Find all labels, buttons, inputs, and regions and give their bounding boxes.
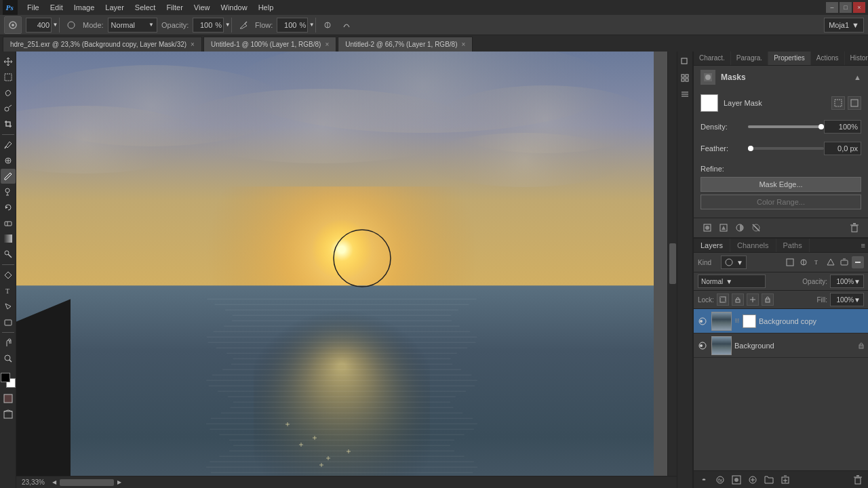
link-layers-icon[interactable] xyxy=(696,472,711,487)
nav-prev[interactable]: ◀ xyxy=(50,479,58,487)
brush-pose-icon[interactable] xyxy=(339,18,354,33)
layers-panel-menu[interactable]: ≡ xyxy=(859,239,868,252)
vertical-scrollbar[interactable] xyxy=(667,52,677,476)
new-layer-icon[interactable] xyxy=(778,472,793,487)
feather-slider[interactable] xyxy=(748,147,824,150)
kind-dropdown[interactable]: ▼ xyxy=(721,256,747,269)
menu-filter[interactable]: Filter xyxy=(161,2,188,13)
tab-paths[interactable]: Paths xyxy=(776,239,810,252)
menu-help[interactable]: Help xyxy=(253,2,279,13)
dodge-tool[interactable] xyxy=(1,247,16,262)
density-slider[interactable] xyxy=(748,125,824,128)
menu-image[interactable]: Image xyxy=(68,2,100,13)
menu-edit[interactable]: Edit xyxy=(45,2,68,13)
healing-tool[interactable] xyxy=(1,153,16,168)
history-brush-tool[interactable] xyxy=(1,200,16,215)
tab-0-close[interactable]: × xyxy=(191,41,195,48)
filter-adjustments-icon[interactable] xyxy=(797,256,810,268)
filter-toggle-icon[interactable] xyxy=(852,256,864,268)
delete-layer-icon[interactable] xyxy=(850,472,865,487)
menu-layer[interactable]: Layer xyxy=(100,2,130,13)
tab-properties[interactable]: Properties xyxy=(768,52,811,65)
lock-transparent-btn[interactable] xyxy=(717,293,729,306)
lock-all-btn[interactable] xyxy=(762,293,774,306)
menu-file[interactable]: File xyxy=(22,2,45,13)
color-range-button[interactable]: Color Range... xyxy=(701,195,861,209)
canvas-container[interactable] xyxy=(16,52,677,476)
density-slider-thumb[interactable] xyxy=(818,124,824,129)
add-mask-icon[interactable] xyxy=(729,472,744,487)
tab-character[interactable]: Charact. xyxy=(694,52,731,65)
tab-channels[interactable]: Channels xyxy=(730,239,776,252)
filter-shape-icon[interactable] xyxy=(825,256,837,268)
nav-next[interactable]: ▶ xyxy=(115,479,123,487)
layer-item-background[interactable]: Background xyxy=(694,333,868,358)
brush-tool[interactable] xyxy=(1,169,16,184)
group-layers-icon[interactable] xyxy=(762,472,776,487)
maximize-button[interactable]: □ xyxy=(840,2,852,13)
layer-item-background-copy[interactable]: ⛓ Background copy xyxy=(694,309,868,333)
flow-input[interactable] xyxy=(277,21,298,29)
menu-window[interactable]: Window xyxy=(216,2,253,13)
layer-vis-bg-copy[interactable] xyxy=(696,315,709,327)
feather-slider-thumb[interactable] xyxy=(748,146,753,151)
mask-to-selection-btn[interactable] xyxy=(831,96,845,110)
marquee-tool[interactable] xyxy=(1,70,16,85)
quick-mask-toggle[interactable] xyxy=(1,391,16,406)
brush-settings-btn[interactable] xyxy=(677,87,692,102)
airbrush-icon[interactable] xyxy=(236,18,251,33)
crop-tool[interactable] xyxy=(1,117,16,131)
mode-dropdown[interactable]: Normal ▼ xyxy=(108,18,157,33)
lock-pixels-btn[interactable] xyxy=(732,293,744,306)
shape-tool[interactable] xyxy=(1,314,16,329)
tab-0[interactable]: hdre_251.exr @ 23,3% (Background copy, L… xyxy=(3,37,202,52)
brush-size-input[interactable]: 400 xyxy=(26,21,51,29)
tab-actions[interactable]: Actions xyxy=(811,52,845,65)
main-canvas[interactable] xyxy=(16,52,654,476)
mask-edge-button[interactable]: Mask Edge... xyxy=(701,177,861,192)
hand-tool[interactable] xyxy=(1,336,16,350)
opacity-input[interactable] xyxy=(193,21,214,29)
tab-1-close[interactable]: × xyxy=(325,41,329,48)
adjustment-layer-icon[interactable] xyxy=(745,472,760,487)
brush-picker-icon[interactable] xyxy=(64,18,79,33)
fill-value-box[interactable]: 100% ▼ xyxy=(830,293,864,306)
disable-mask-icon[interactable] xyxy=(749,221,763,235)
pen-tool[interactable] xyxy=(1,268,16,283)
blend-mode-dropdown[interactable]: Normal ▼ xyxy=(698,274,766,288)
screen-mode-button[interactable] xyxy=(1,407,16,422)
lasso-tool[interactable] xyxy=(1,85,16,100)
tool-preset-picker[interactable] xyxy=(4,16,22,34)
tab-paragraph[interactable]: Paragra. xyxy=(731,52,768,65)
grid-view-btn[interactable] xyxy=(677,70,692,85)
pixel-mask-icon[interactable] xyxy=(701,221,714,235)
tab-2[interactable]: Untitled-2 @ 66,7% (Layer 1, RGB/8) × xyxy=(338,37,473,52)
filter-type-icon[interactable]: T xyxy=(811,256,823,268)
menu-select[interactable]: Select xyxy=(130,2,161,13)
vertical-scroll-thumb[interactable] xyxy=(669,243,676,284)
foreground-bg-toggle[interactable] xyxy=(677,54,692,69)
close-button[interactable]: × xyxy=(853,2,865,13)
add-style-icon[interactable]: fx xyxy=(713,472,728,487)
panel-collapse-btn[interactable]: ▲ xyxy=(854,73,861,81)
menu-view[interactable]: View xyxy=(189,2,216,13)
eyedropper-tool[interactable] xyxy=(1,138,16,152)
filter-pixel-icon[interactable] xyxy=(784,256,796,268)
zoom-tool[interactable] xyxy=(1,351,16,366)
brush-size-arrow[interactable]: ▼ xyxy=(51,18,59,33)
lock-position-btn[interactable] xyxy=(747,293,759,306)
vector-mask-icon[interactable] xyxy=(717,221,730,235)
mask-apply-btn[interactable] xyxy=(848,96,861,110)
foreground-color[interactable] xyxy=(1,373,10,382)
tab-2-close[interactable]: × xyxy=(461,41,465,48)
tab-history-label[interactable]: History xyxy=(845,52,868,65)
path-select-tool[interactable] xyxy=(1,299,16,314)
type-tool[interactable]: T xyxy=(1,283,16,298)
tab-layers[interactable]: Layers xyxy=(694,239,730,252)
invert-mask-icon[interactable] xyxy=(733,221,747,235)
feather-value[interactable]: 0,0 px xyxy=(824,142,861,155)
workspace-profile[interactable]: Moja1 ▼ xyxy=(824,18,864,33)
opacity-arrow[interactable]: ▼ xyxy=(223,18,231,33)
layer-vis-bg[interactable] xyxy=(696,340,709,352)
clone-stamp-tool[interactable] xyxy=(1,184,16,199)
